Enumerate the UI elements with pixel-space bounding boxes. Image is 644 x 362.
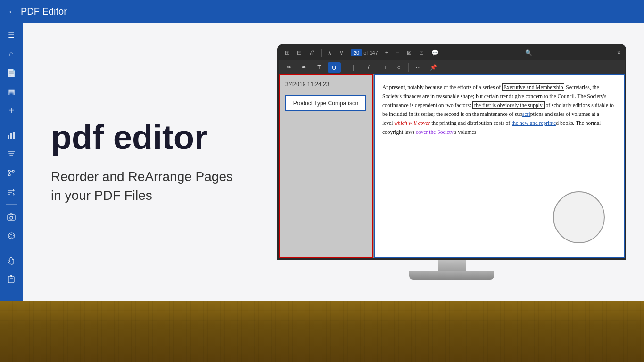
toolbar-zoom-out[interactable]: − [394, 49, 402, 57]
svg-rect-17 [8, 276, 14, 283]
wood-grain-texture [0, 301, 644, 362]
page-total: of 147 [363, 50, 378, 56]
svg-rect-0 [8, 135, 9, 139]
sidebar-icon-home[interactable]: ⌂ [3, 45, 20, 62]
toolbar-btn-2[interactable]: ⊟ [295, 49, 304, 57]
toolbar-fullscreen[interactable]: ⊡ [417, 49, 426, 57]
monitor-container: ⊞ ⊟ 🖨 ∧ ∨ 20 of 147 + − ⊠ ⊡ [277, 44, 626, 280]
ann-btn-more[interactable]: ··· [412, 62, 425, 73]
sidebar-icon-sort[interactable] [3, 183, 20, 200]
left-section: pdf editor Reorder and ReArrange Pages i… [51, 119, 277, 205]
sidebar-icon-branch[interactable] [3, 165, 20, 181]
svg-point-20 [11, 275, 12, 277]
sidebar-divider-2 [6, 204, 17, 205]
sidebar-icon-layout[interactable]: ▦ [3, 83, 20, 100]
text-executive-boxed: Executive and Membership [502, 83, 564, 91]
toolbar-fit[interactable]: ⊠ [405, 49, 414, 57]
text-subscriptions: scri [522, 111, 530, 117]
back-arrow-icon: ← [8, 6, 17, 17]
toolbar-zoom-in[interactable]: + [383, 49, 391, 57]
svg-point-16 [13, 235, 14, 236]
ann-btn-line[interactable]: | [347, 62, 360, 73]
monitor: ⊞ ⊟ 🖨 ∧ ∨ 20 of 147 + − ⊠ ⊡ [277, 44, 626, 280]
page-navigation: 20 of 147 [351, 49, 378, 56]
toolbar-comment[interactable]: 💬 [429, 49, 441, 57]
pdf-content: 3/42019 11:24:23 Product Type Comparison… [279, 74, 625, 258]
text-cover-society: cover the Society [416, 129, 454, 135]
ann-btn-text[interactable]: T [313, 62, 326, 73]
ann-btn-sticky[interactable]: 📌 [427, 62, 440, 73]
svg-point-4 [8, 174, 10, 176]
tb-sep-1 [321, 49, 322, 57]
text-new-and-reprinted: the new and reprinte [512, 120, 556, 126]
text-first-factor: the first is obviously the supply [472, 101, 545, 109]
toolbar-nav-up[interactable]: ∧ [325, 49, 334, 57]
app-title: PDF Editor [21, 6, 67, 17]
sidebar-divider-3 [6, 248, 17, 248]
ann-btn-circle[interactable]: ○ [392, 62, 405, 73]
svg-rect-2 [13, 132, 15, 139]
ann-btn-pen[interactable]: ✒ [297, 62, 311, 73]
toolbar-nav-down[interactable]: ∨ [337, 49, 346, 57]
svg-point-5 [12, 170, 14, 172]
toolbar-btn-print[interactable]: 🖨 [307, 49, 317, 57]
pdf-toolbar-top: ⊞ ⊟ 🖨 ∧ ∨ 20 of 147 + − ⊠ ⊡ [279, 45, 625, 60]
toolbar-search[interactable]: 🔍 [523, 49, 535, 57]
sidebar-icon-chart[interactable] [3, 127, 20, 144]
ann-btn-rect[interactable]: □ [377, 62, 390, 73]
content-area: pdf editor Reorder and ReArrange Pages i… [23, 23, 644, 301]
monitor-neck [438, 260, 466, 271]
sidebar-icon-gesture[interactable] [3, 252, 20, 269]
ann-btn-forward-slash[interactable]: / [362, 62, 375, 73]
monitor-screen: ⊞ ⊟ 🖨 ∧ ∨ 20 of 147 + − ⊠ ⊡ [277, 44, 626, 260]
back-button[interactable]: ← PDF Editor [8, 6, 67, 17]
sidebar: ☰ ⌂ 📄 ▦ + [0, 23, 23, 301]
search-circle-overlay [553, 191, 605, 243]
pdf-main-text: At present, notably because of the effor… [374, 74, 625, 258]
svg-point-15 [11, 234, 12, 235]
ann-sep-1 [344, 63, 344, 72]
sidebar-icon-menu[interactable]: ☰ [3, 26, 20, 43]
page-subtitle: Reorder and ReArrange Pages in your PDF … [51, 167, 258, 204]
sidebar-divider-1 [6, 123, 17, 123]
sidebar-icon-filter[interactable] [3, 146, 20, 163]
ann-sep-2 [408, 63, 409, 72]
svg-point-13 [9, 236, 10, 237]
text-which-will-cover: which will cover [394, 120, 430, 126]
main-layout: ☰ ⌂ 📄 ▦ + [0, 23, 644, 301]
ann-btn-highlight[interactable]: ✏ [282, 62, 296, 73]
pdf-annotation-toolbar: ✏ ✒ T U̲ | / □ ○ ··· 📌 [279, 60, 625, 74]
sidebar-icon-document[interactable]: 📄 [3, 64, 20, 81]
sidebar-icon-camera[interactable] [3, 208, 20, 225]
pdf-left-panel: 3/42019 11:24:23 Product Type Comparison [279, 74, 373, 258]
sidebar-icon-add[interactable]: + [3, 102, 20, 119]
svg-point-14 [10, 234, 11, 235]
bottom-area [0, 301, 644, 362]
svg-point-12 [10, 216, 13, 219]
pdf-product-type-box: Product Type Comparison [285, 95, 366, 111]
sidebar-icon-palette[interactable] [3, 227, 20, 244]
sidebar-icon-badge[interactable] [3, 271, 20, 288]
close-button[interactable]: × [617, 49, 621, 57]
page-current[interactable]: 20 [351, 49, 362, 56]
page-title: pdf editor [51, 119, 258, 156]
toolbar-btn-1[interactable]: ⊞ [282, 49, 292, 57]
svg-point-3 [8, 170, 10, 172]
topbar: ← PDF Editor [0, 0, 644, 23]
ann-btn-underline[interactable]: U̲ [328, 62, 341, 73]
monitor-base [409, 271, 494, 280]
pdf-date: 3/42019 11:24:23 [285, 81, 366, 88]
svg-rect-1 [10, 133, 12, 139]
